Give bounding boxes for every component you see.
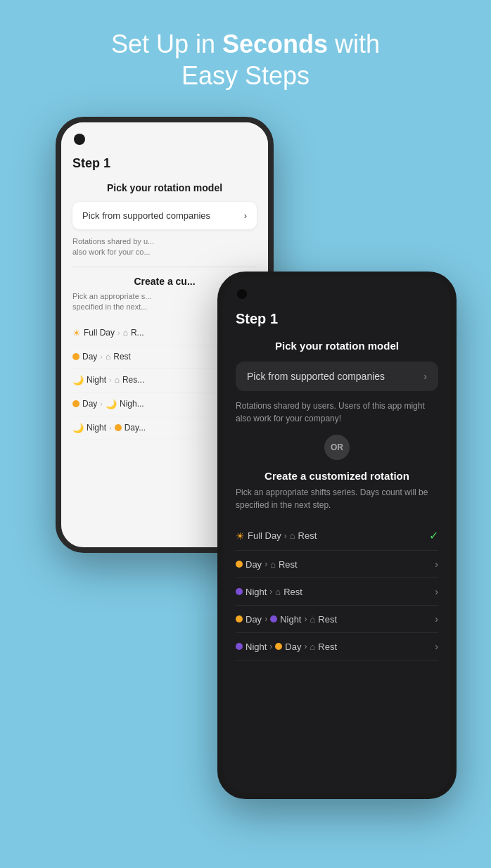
selected-checkmark: ✓ [429, 529, 438, 542]
day-label-3: Day [285, 642, 301, 652]
arrow-icon-2: › [100, 352, 103, 361]
shift-items-day-night: Day › Night › ⌂ Rest [236, 614, 337, 625]
front-step-label: Step 1 [236, 311, 438, 327]
headline-bold: Seconds [222, 30, 328, 58]
arrow-d-4: › [264, 614, 267, 624]
front-chevron-icon: › [423, 371, 427, 382]
phones-container: Step 1 Pick your rotation model Pick fro… [34, 117, 457, 799]
moon-icon-3: 🌙 [72, 423, 84, 433]
arrow-icon-4: › [100, 400, 103, 408]
back-shift-night2-label: Nigh... [120, 399, 144, 409]
night-dot-d3 [236, 643, 243, 650]
home-icon: ⌂ [123, 328, 128, 338]
back-shared-text: Rotations shared by u...also work for yo… [72, 236, 257, 258]
arrow-icon-5: › [109, 423, 112, 432]
shift-items-night: Night › ⌂ Rest [236, 587, 302, 597]
back-pick-label: Pick from supported companies [82, 210, 210, 221]
back-shift-day-rest: Rest [113, 352, 131, 362]
back-chevron-icon: › [244, 210, 247, 221]
sun-icon-d: ☀ [236, 530, 245, 542]
arrow-d-6: › [269, 642, 272, 651]
front-create-sub: Pick an appropriate shifts series. Days … [236, 486, 438, 511]
moon-icon-2: 🌙 [106, 399, 117, 409]
front-screen: Step 1 Pick your rotation model Pick fro… [223, 311, 451, 672]
headline-line2: Easy Steps [181, 61, 310, 90]
headline: Set Up in Seconds with Easy Steps [111, 28, 380, 91]
home-icon-3: ⌂ [115, 375, 120, 385]
front-notch [223, 277, 451, 311]
arrow-d-3: › [269, 587, 272, 596]
night-dot-d2 [270, 615, 277, 623]
home-icon-2: ⌂ [106, 352, 110, 362]
day-label: Day [246, 559, 262, 570]
full-day-label: Full Day [248, 530, 281, 541]
back-step-label: Step 1 [72, 156, 257, 171]
night-dot-d [236, 588, 243, 595]
night-day-rest-label: Rest [318, 642, 337, 652]
headline-normal: Set Up in [111, 30, 222, 58]
back-shift-day3-label: Day... [125, 423, 146, 433]
shift-items-night-day: Night › Day › ⌂ Rest [236, 642, 337, 652]
home-d-5: ⌂ [310, 642, 315, 652]
home-d-4: ⌂ [310, 614, 315, 625]
front-shift-full-day-rest[interactable]: ☀ Full Day › ⌂ Rest ✓ [236, 521, 438, 551]
back-shift-day-label: Day [82, 352, 97, 362]
night-rest-label: Rest [283, 587, 302, 597]
day-dot-3 [115, 424, 122, 431]
day-label-2: Day [246, 614, 262, 625]
back-shift-fullday-label: Full Day [84, 328, 115, 338]
home-d-3: ⌂ [275, 587, 281, 597]
full-day-rest-label: Rest [298, 530, 317, 541]
or-label: OR [331, 442, 343, 452]
arrow-d-1: › [284, 531, 287, 541]
day-dot-d [236, 561, 243, 568]
front-pick-label: Pick from supported companies [247, 371, 385, 382]
arrow-d-7: › [304, 642, 307, 651]
back-section-title: Pick your rotation model [72, 182, 257, 193]
day-dot-d3 [275, 643, 282, 650]
shift-items-day: Day › ⌂ Rest [236, 559, 298, 570]
front-camera [237, 289, 247, 299]
back-shift-day2-label: Day [82, 399, 97, 409]
day-night-rest-label: Rest [318, 614, 337, 625]
home-d-2: ⌂ [270, 559, 276, 570]
back-divider [72, 267, 257, 267]
front-shift-day-rest[interactable]: Day › ⌂ Rest › [236, 551, 438, 578]
row-chevron-4: › [435, 641, 438, 652]
front-shared-text: Rotations shared by users. Users of this… [236, 400, 438, 425]
sun-icon: ☀ [72, 328, 81, 338]
arrow-icon-3: › [109, 376, 112, 384]
night-label-2: Night [280, 614, 301, 625]
shift-items-fullday: ☀ Full Day › ⌂ Rest [236, 530, 317, 542]
arrow-d-2: › [264, 559, 267, 569]
back-shift-night-rest: Res... [122, 375, 144, 385]
row-chevron-2: › [435, 586, 438, 597]
back-shift-night-label: Night [87, 375, 106, 385]
night-label-3: Night [246, 642, 267, 652]
day-dot-2 [72, 400, 79, 407]
front-create-title: Create a customized rotation [236, 470, 438, 482]
phone-front: Step 1 Pick your rotation model Pick fro… [217, 272, 457, 799]
headline-suffix: with [328, 30, 380, 58]
or-badge: OR [324, 435, 350, 460]
back-shift-night3-label: Night [87, 423, 106, 433]
arrow-d-5: › [304, 614, 307, 624]
day-rest-label: Rest [279, 559, 298, 570]
arrow-icon: › [117, 328, 120, 337]
back-shift-fullday-rest: R... [131, 328, 144, 338]
moon-icon: 🌙 [72, 375, 84, 385]
back-notch [61, 122, 268, 156]
back-pick-row[interactable]: Pick from supported companies › [72, 202, 257, 229]
row-chevron-3: › [435, 613, 438, 625]
front-shift-day-night-rest[interactable]: Day › Night › ⌂ Rest › [236, 606, 438, 633]
front-pick-row[interactable]: Pick from supported companies › [236, 362, 438, 391]
back-camera [74, 134, 85, 145]
day-dot [72, 353, 79, 360]
night-label: Night [246, 587, 267, 597]
row-chevron-1: › [435, 559, 438, 570]
front-shift-night-rest[interactable]: Night › ⌂ Rest › [236, 578, 438, 606]
home-d-1: ⌂ [290, 530, 295, 541]
front-shift-night-day-rest[interactable]: Night › Day › ⌂ Rest › [236, 633, 438, 660]
day-dot-d2 [236, 615, 243, 623]
front-section-title: Pick your rotation model [236, 340, 438, 352]
